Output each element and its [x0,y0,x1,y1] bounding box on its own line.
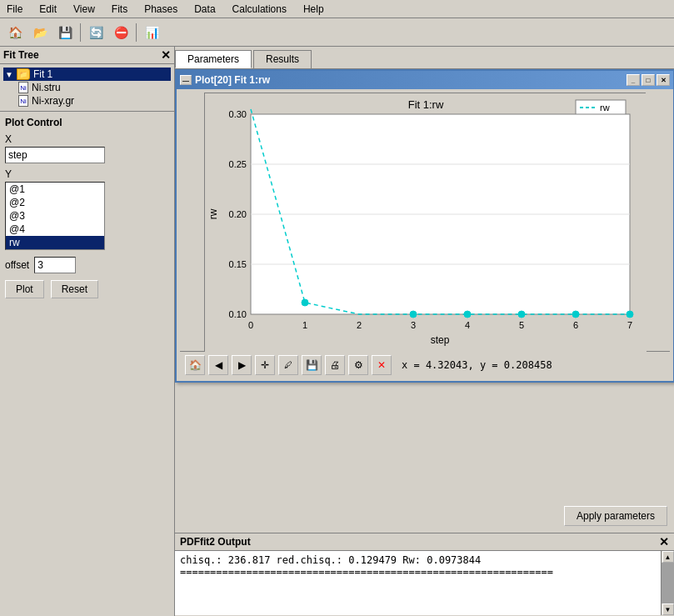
menu-help[interactable]: Help [300,2,327,17]
fit-tree-header: Fit Tree ✕ [0,47,174,64]
output-close-button[interactable]: ✕ [659,535,669,548]
x-label: X [5,133,169,145]
svg-text:4: 4 [465,320,470,330]
reset-button[interactable]: Reset [51,280,98,298]
y-list: @1 @2 @3 @4 rw [5,182,105,250]
svg-point-25 [518,311,525,318]
toolbar-refresh[interactable]: 🔄 [84,21,107,44]
plot-coordinates: x = 4.32043, y = 0.208458 [402,359,552,371]
plot-close-button[interactable]: ✕ [657,74,670,86]
output-header: PDFfit2 Output ✕ [175,533,674,551]
output-text-area: chisq.: 236.817 red.chisq.: 0.129479 Rw:… [175,551,661,615]
tab-results[interactable]: Results [253,50,312,68]
tree-item-fit1[interactable]: ▼ 📁 Fit 1 [3,68,171,81]
svg-text:0: 0 [248,320,253,330]
svg-text:3: 3 [411,320,416,330]
svg-text:rw: rw [207,208,219,219]
plot-control-title: Plot Control [5,117,169,128]
offset-label: offset [5,259,29,271]
toolbar-chart[interactable]: 📊 [140,21,163,44]
right-panel: Parameters Results — Plot[20] Fit 1:rw _… [175,47,674,616]
fit-tree-panel: Fit Tree ✕ ▼ 📁 Fit 1 Ni Ni.stru Ni Ni-x [0,47,174,112]
scrollbar-track[interactable] [662,563,674,603]
fit-tree-title: Fit Tree [3,49,39,61]
menu-calculations[interactable]: Calculations [229,2,290,17]
x-input[interactable] [5,147,105,163]
apply-params-container: Apply parameters [564,506,667,526]
svg-text:0.15: 0.15 [229,259,247,269]
menubar: File Edit View Fits Phases Data Calculat… [0,0,674,18]
offset-input[interactable] [34,257,76,273]
output-panel: PDFfit2 Output ✕ chisq.: 236.817 red.chi… [175,533,674,616]
file-icon-stru: Ni [18,82,28,93]
menu-view[interactable]: View [70,2,98,17]
y-list-item-4[interactable]: @4 [6,223,104,236]
svg-text:7: 7 [627,320,632,330]
y-list-item-rw[interactable]: rw [6,236,104,249]
plot-forward-btn[interactable]: ▶ [232,355,252,375]
toolbar-open[interactable]: 📂 [28,21,52,44]
tree-ni-stru-label: Ni.stru [32,82,61,93]
y-list-item-1[interactable]: @1 [6,183,104,196]
svg-text:0.25: 0.25 [229,159,247,169]
plot-annotate-btn[interactable]: 🖊 [278,355,298,375]
fit-tree-close-button[interactable]: ✕ [161,48,171,62]
expand-icon: ▼ [5,70,13,79]
menu-fits[interactable]: Fits [108,2,131,17]
y-control-section: Y @1 @2 @3 @4 rw [5,168,169,250]
plot-home-btn[interactable]: 🏠 [185,355,205,375]
chart-svg: Fit 1:rw rw [205,93,647,352]
plot-config-btn[interactable]: ⚙ [348,355,368,375]
toolbar: 🏠 📂 💾 🔄 ⛔ 📊 [0,18,674,47]
plot-titlebar-buttons: _ □ ✕ [627,74,670,86]
svg-point-26 [572,311,579,318]
fit-folder-icon: 📁 [17,68,30,80]
plot-maximize-button[interactable]: □ [642,74,655,86]
plot-minimize-btn[interactable]: — [180,75,192,85]
svg-text:0.20: 0.20 [229,209,247,219]
toolbar-new[interactable]: 🏠 [3,21,27,44]
tree-fit1-label: Fit 1 [33,68,52,80]
toolbar-save[interactable]: 💾 [53,21,77,44]
apply-parameters-button[interactable]: Apply parameters [564,506,667,526]
plot-back-btn[interactable]: ◀ [208,355,228,375]
y-list-item-3[interactable]: @3 [6,209,104,223]
svg-text:0.10: 0.10 [229,309,247,319]
menu-phases[interactable]: Phases [141,2,181,17]
main-layout: Fit Tree ✕ ▼ 📁 Fit 1 Ni Ni.stru Ni Ni-x [0,47,674,616]
tab-parameters[interactable]: Parameters [175,50,252,68]
svg-text:2: 2 [357,320,362,330]
plot-window: — Plot[20] Fit 1:rw _ □ ✕ [175,69,674,383]
scrollbar-down-button[interactable]: ▼ [662,603,674,615]
output-wrapper: chisq.: 236.817 red.chisq.: 0.129479 Rw:… [175,551,674,615]
content-area: — Plot[20] Fit 1:rw _ □ ✕ [175,69,674,533]
plot-print-btn[interactable]: 🖨 [325,355,345,375]
output-scrollbar[interactable]: ▲ ▼ [661,551,674,615]
y-label: Y [5,168,169,180]
svg-text:step: step [431,334,450,346]
left-panel: Fit Tree ✕ ▼ 📁 Fit 1 Ni Ni.stru Ni Ni-x [0,47,175,616]
plot-content: Fit 1:rw rw [177,89,673,381]
plot-close-tool-btn[interactable]: ✕ [372,355,392,375]
plot-minimize-button[interactable]: _ [627,74,640,86]
plot-button[interactable]: Plot [5,280,44,298]
plot-titlebar: — Plot[20] Fit 1:rw _ □ ✕ [177,71,673,89]
plot-save-btn[interactable]: 💾 [302,355,322,375]
menu-file[interactable]: File [3,2,26,17]
y-list-item-2[interactable]: @2 [6,196,104,209]
tree-children: Ni Ni.stru Ni Ni-xray.gr [3,81,171,108]
tree-ni-xray-label: Ni-xray.gr [32,95,74,107]
plot-control-panel: Plot Control X Y @1 @2 @3 @4 rw offset [0,112,174,616]
menu-edit[interactable]: Edit [36,2,60,17]
svg-point-22 [302,299,308,306]
tree-item-ni-stru[interactable]: Ni Ni.stru [17,81,171,94]
toolbar-stop[interactable]: ⛔ [109,21,132,44]
svg-text:6: 6 [573,320,578,330]
plot-pan-btn[interactable]: ✛ [255,355,275,375]
scrollbar-up-button[interactable]: ▲ [662,551,674,563]
toolbar-separator-2 [136,23,137,42]
menu-data[interactable]: Data [191,2,218,17]
tree-item-ni-xray[interactable]: Ni Ni-xray.gr [17,94,171,108]
chart-title-text: Fit 1:rw [408,98,444,111]
fit-tree-content: ▼ 📁 Fit 1 Ni Ni.stru Ni Ni-xray.gr [0,64,174,111]
